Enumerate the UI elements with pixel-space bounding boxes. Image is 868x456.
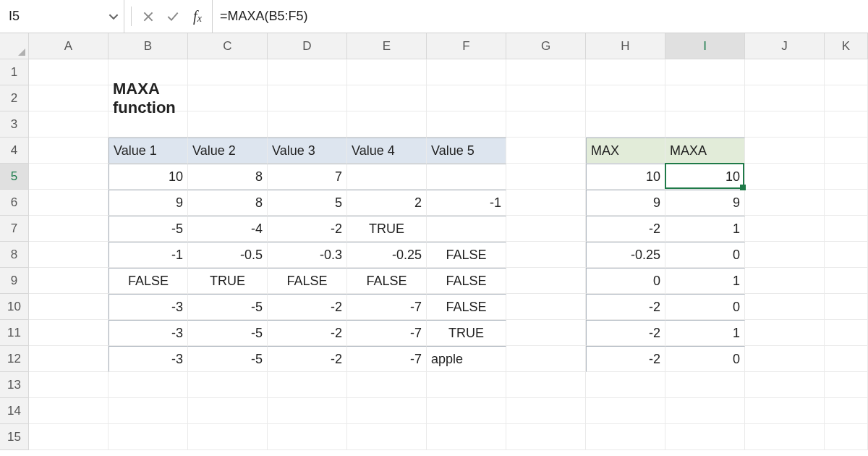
cell-B13[interactable] [109, 372, 188, 398]
cell-J8[interactable] [745, 242, 825, 268]
cell-H14[interactable] [586, 398, 665, 424]
cell-C12[interactable]: -5 [188, 346, 268, 372]
cell-I11[interactable]: 1 [665, 320, 745, 346]
cell-H6[interactable]: 9 [586, 190, 665, 216]
cell-K15[interactable] [825, 424, 868, 450]
cell-H2[interactable] [586, 85, 665, 111]
col-header-B[interactable]: B [109, 33, 188, 59]
cell-K9[interactable] [825, 268, 868, 294]
cell-E6[interactable]: 2 [347, 190, 427, 216]
row-header-8[interactable]: 8 [0, 242, 29, 268]
cell-H15[interactable] [586, 424, 665, 450]
row-header-13[interactable]: 13 [0, 372, 29, 398]
cell-E7[interactable]: TRUE [347, 216, 427, 242]
cell-C6[interactable]: 8 [188, 190, 268, 216]
cell-H3[interactable] [586, 111, 665, 138]
cell-A1[interactable] [29, 59, 109, 85]
row-header-10[interactable]: 10 [0, 294, 29, 320]
row-header-15[interactable]: 15 [0, 424, 29, 450]
cell-J3[interactable] [745, 111, 825, 138]
cell-K12[interactable] [825, 346, 868, 372]
cell-D13[interactable] [268, 372, 347, 398]
cell-H8[interactable]: -0.25 [586, 242, 665, 268]
cell-F15[interactable] [427, 424, 506, 450]
col-header-D[interactable]: D [268, 33, 347, 59]
cell-D12[interactable]: -2 [268, 346, 347, 372]
spreadsheet-grid[interactable]: ABCDEFGHIJK12MAXA function34Value 1Value… [0, 33, 868, 450]
cell-F8[interactable]: FALSE [427, 242, 506, 268]
cell-C13[interactable] [188, 372, 268, 398]
cell-B3[interactable] [109, 111, 188, 138]
cell-D15[interactable] [268, 424, 347, 450]
cell-E14[interactable] [347, 398, 427, 424]
cell-I8[interactable]: 0 [665, 242, 745, 268]
cell-A4[interactable] [29, 138, 109, 164]
cell-D8[interactable]: -0.3 [268, 242, 347, 268]
cell-J10[interactable] [745, 294, 825, 320]
cell-H10[interactable]: -2 [586, 294, 665, 320]
cell-J1[interactable] [745, 59, 825, 85]
cell-F4[interactable]: Value 5 [427, 138, 506, 164]
cell-E9[interactable]: FALSE [347, 268, 427, 294]
cell-A13[interactable] [29, 372, 109, 398]
cell-J6[interactable] [745, 190, 825, 216]
col-header-A[interactable]: A [29, 33, 109, 59]
cell-A8[interactable] [29, 242, 109, 268]
cell-C7[interactable]: -4 [188, 216, 268, 242]
cell-I6[interactable]: 9 [665, 190, 745, 216]
cell-A15[interactable] [29, 424, 109, 450]
col-header-K[interactable]: K [825, 33, 868, 59]
cell-K2[interactable] [825, 85, 868, 111]
cell-C3[interactable] [188, 111, 268, 138]
cell-E12[interactable]: -7 [347, 346, 427, 372]
cell-A5[interactable] [29, 164, 109, 190]
cell-I9[interactable]: 1 [665, 268, 745, 294]
cell-I1[interactable] [665, 59, 745, 85]
cell-G11[interactable] [506, 320, 586, 346]
cell-G9[interactable] [506, 268, 586, 294]
cell-A3[interactable] [29, 111, 109, 138]
cell-F14[interactable] [427, 398, 506, 424]
cell-H4[interactable]: MAX [586, 138, 665, 164]
cancel-icon[interactable] [138, 0, 158, 33]
cell-C4[interactable]: Value 2 [188, 138, 268, 164]
cell-F3[interactable] [427, 111, 506, 138]
cell-C15[interactable] [188, 424, 268, 450]
row-header-12[interactable]: 12 [0, 346, 29, 372]
cell-G8[interactable] [506, 242, 586, 268]
cell-I3[interactable] [665, 111, 745, 138]
col-header-I[interactable]: I [665, 33, 745, 59]
cell-A2[interactable] [29, 85, 109, 111]
cell-B4[interactable]: Value 1 [109, 138, 188, 164]
cell-D4[interactable]: Value 3 [268, 138, 347, 164]
col-header-G[interactable]: G [506, 33, 586, 59]
cell-A12[interactable] [29, 346, 109, 372]
cell-G10[interactable] [506, 294, 586, 320]
cell-E4[interactable]: Value 4 [347, 138, 427, 164]
row-header-5[interactable]: 5 [0, 164, 29, 190]
cell-E11[interactable]: -7 [347, 320, 427, 346]
row-header-4[interactable]: 4 [0, 138, 29, 164]
cell-F2[interactable] [427, 85, 506, 111]
cell-D3[interactable] [268, 111, 347, 138]
cell-A6[interactable] [29, 190, 109, 216]
cell-H11[interactable]: -2 [586, 320, 665, 346]
cell-G5[interactable] [506, 164, 586, 190]
cell-J14[interactable] [745, 398, 825, 424]
cell-I10[interactable]: 0 [665, 294, 745, 320]
cell-F9[interactable]: FALSE [427, 268, 506, 294]
cell-G13[interactable] [506, 372, 586, 398]
cell-A14[interactable] [29, 398, 109, 424]
cell-K10[interactable] [825, 294, 868, 320]
row-header-1[interactable]: 1 [0, 59, 29, 85]
cell-G7[interactable] [506, 216, 586, 242]
cell-C14[interactable] [188, 398, 268, 424]
row-header-2[interactable]: 2 [0, 85, 29, 111]
cell-K13[interactable] [825, 372, 868, 398]
cell-I15[interactable] [665, 424, 745, 450]
cell-J4[interactable] [745, 138, 825, 164]
select-all-corner[interactable] [0, 33, 29, 59]
cell-H13[interactable] [586, 372, 665, 398]
col-header-F[interactable]: F [427, 33, 506, 59]
row-header-9[interactable]: 9 [0, 268, 29, 294]
